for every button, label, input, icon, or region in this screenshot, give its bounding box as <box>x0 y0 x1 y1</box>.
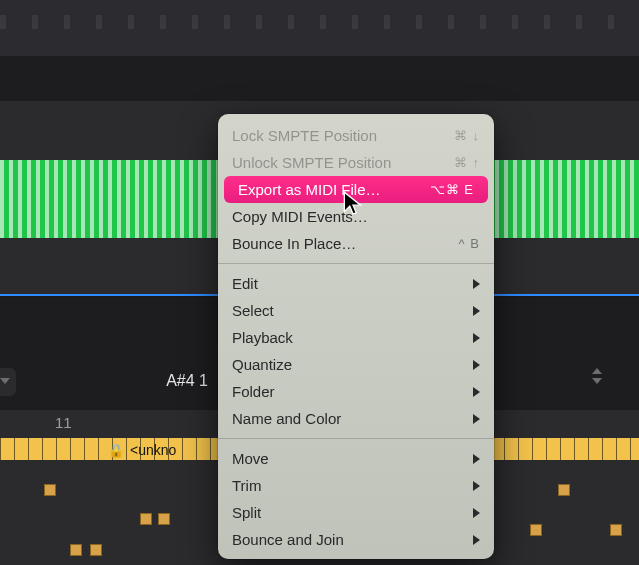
menu-separator <box>218 438 494 439</box>
menu-item-label: Trim <box>232 477 261 494</box>
menu-item-playback[interactable]: Playback <box>218 324 494 351</box>
midi-note[interactable] <box>530 524 542 536</box>
menu-item-bounce-join[interactable]: Bounce and Join <box>218 526 494 553</box>
menu-item-label: Unlock SMPTE Position <box>232 154 391 171</box>
menu-item-shortcut: ⌥⌘ E <box>430 182 474 197</box>
menu-separator <box>218 263 494 264</box>
chevron-right-icon <box>473 333 480 343</box>
chevron-right-icon <box>473 414 480 424</box>
menu-item-label: Bounce In Place… <box>232 235 356 252</box>
midi-note[interactable] <box>90 544 102 556</box>
midi-note[interactable] <box>140 513 152 525</box>
chevron-right-icon <box>473 454 480 464</box>
locked-marker[interactable]: 🔒 <unkno <box>108 442 176 458</box>
menu-item-folder[interactable]: Folder <box>218 378 494 405</box>
value-stepper[interactable] <box>592 368 610 396</box>
chevron-right-icon <box>473 306 480 316</box>
menu-item-lock-smpte: Lock SMPTE Position⌘ ↓ <box>218 122 494 149</box>
menu-item-label: Playback <box>232 329 293 346</box>
menu-item-shortcut: ⌘ ↑ <box>454 155 480 170</box>
menu-item-label: Lock SMPTE Position <box>232 127 377 144</box>
menu-item-export-midi[interactable]: Export as MIDI File…⌥⌘ E <box>224 176 488 203</box>
pitch-display[interactable]: A#4 1 <box>130 368 220 396</box>
menu-item-label: Folder <box>232 383 275 400</box>
menu-item-label: Export as MIDI File… <box>238 181 381 198</box>
menu-item-label: Select <box>232 302 274 319</box>
context-menu[interactable]: Lock SMPTE Position⌘ ↓Unlock SMPTE Posit… <box>218 114 494 559</box>
menu-item-copy-midi[interactable]: Copy MIDI Events… <box>218 203 494 230</box>
track-lane-top[interactable] <box>0 0 639 56</box>
chevron-up-icon[interactable] <box>592 368 602 374</box>
chevron-down-icon[interactable] <box>592 378 602 384</box>
menu-item-label: Copy MIDI Events… <box>232 208 368 225</box>
menu-item-label: Name and Color <box>232 410 341 427</box>
midi-note[interactable] <box>558 484 570 496</box>
menu-item-shortcut: ^ B <box>459 236 480 251</box>
menu-item-bounce-in-place[interactable]: Bounce In Place…^ B <box>218 230 494 257</box>
menu-item-label: Split <box>232 504 261 521</box>
midi-note[interactable] <box>158 513 170 525</box>
chevron-right-icon <box>473 360 480 370</box>
chevron-right-icon <box>473 508 480 518</box>
menu-item-trim[interactable]: Trim <box>218 472 494 499</box>
menu-item-shortcut: ⌘ ↓ <box>454 128 480 143</box>
menu-item-edit[interactable]: Edit <box>218 270 494 297</box>
chevron-right-icon <box>473 481 480 491</box>
menu-item-label: Move <box>232 450 269 467</box>
midi-note[interactable] <box>70 544 82 556</box>
menu-item-split[interactable]: Split <box>218 499 494 526</box>
menu-item-select[interactable]: Select <box>218 297 494 324</box>
menu-item-unlock-smpte: Unlock SMPTE Position⌘ ↑ <box>218 149 494 176</box>
locked-marker-label: <unkno <box>130 442 176 458</box>
midi-note[interactable] <box>44 484 56 496</box>
track-gap <box>0 56 639 101</box>
chevron-right-icon <box>473 279 480 289</box>
menu-item-label: Bounce and Join <box>232 531 344 548</box>
lock-icon: 🔒 <box>108 443 124 458</box>
menu-item-label: Edit <box>232 275 258 292</box>
chevron-right-icon <box>473 387 480 397</box>
bar-number: 11 <box>55 414 72 431</box>
menu-item-label: Quantize <box>232 356 292 373</box>
menu-item-quantize[interactable]: Quantize <box>218 351 494 378</box>
menu-item-name-color[interactable]: Name and Color <box>218 405 494 432</box>
menu-item-move[interactable]: Move <box>218 445 494 472</box>
chevron-right-icon <box>473 535 480 545</box>
tool-dropdown[interactable] <box>0 368 16 396</box>
midi-note[interactable] <box>610 524 622 536</box>
